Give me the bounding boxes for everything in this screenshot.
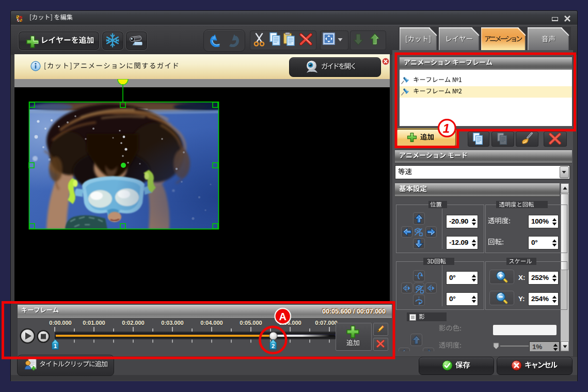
svg-text:A: A — [279, 311, 286, 322]
svg-text:1: 1 — [443, 121, 450, 135]
